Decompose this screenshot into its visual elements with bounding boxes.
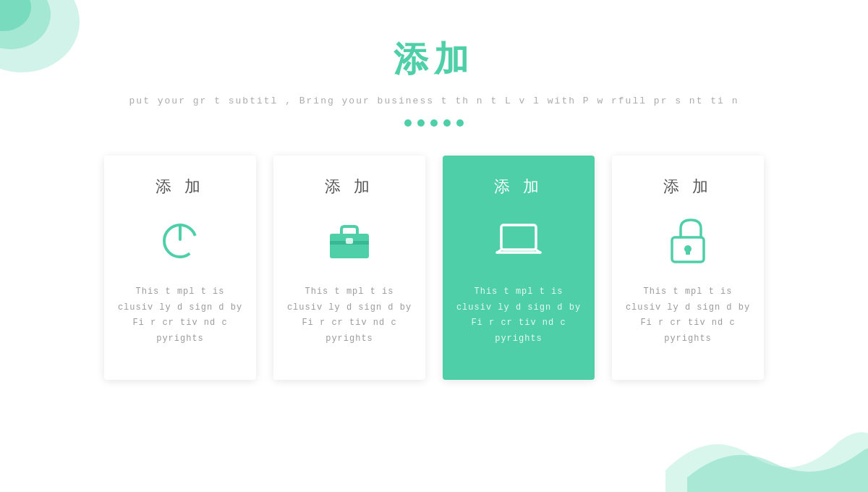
blob-bottom-right (665, 412, 868, 492)
svg-rect-8 (501, 225, 536, 250)
cards-row: 添 加 This t mpl t is clusiv ly d sign d b… (104, 156, 764, 380)
card-4[interactable]: 添 加 This t mpl t is clusiv ly d sign d b… (612, 156, 764, 380)
card-3-title: 添 加 (494, 176, 543, 198)
page-title: 添加 (393, 36, 475, 82)
svg-rect-14 (686, 249, 690, 255)
subtitle: put your gr t subtitl , Bring your busin… (129, 96, 739, 106)
card-4-title: 添 加 (663, 176, 712, 198)
card-1-title: 添 加 (156, 176, 205, 198)
card-2-icon (323, 215, 375, 267)
card-2-title: 添 加 (325, 176, 374, 198)
dot-4 (443, 119, 451, 127)
card-1-text: This t mpl t is clusiv ly d sign d by Fi… (117, 284, 243, 347)
card-3-text: This t mpl t is clusiv ly d sign d by Fi… (456, 284, 582, 347)
card-3[interactable]: 添 加 This t mpl t is clusiv ly d sign d b… (443, 156, 595, 380)
dot-2 (417, 119, 425, 127)
card-3-icon (493, 215, 545, 267)
card-4-text: This t mpl t is clusiv ly d sign d by Fi… (625, 284, 751, 347)
svg-rect-7 (346, 238, 353, 244)
card-1[interactable]: 添 加 This t mpl t is clusiv ly d sign d b… (104, 156, 256, 380)
dot-3 (430, 119, 438, 127)
dots-indicator (404, 119, 464, 127)
dot-5 (456, 119, 464, 127)
card-4-icon (662, 215, 714, 267)
card-1-icon (154, 215, 206, 267)
card-2-text: This t mpl t is clusiv ly d sign d by Fi… (286, 284, 412, 347)
svg-rect-5 (330, 234, 369, 258)
main-content: 添加 put your gr t subtitl , Bring your bu… (0, 0, 868, 380)
dot-1 (404, 119, 412, 127)
card-2[interactable]: 添 加 This t mpl t is clusiv ly d sign d b… (273, 156, 425, 380)
